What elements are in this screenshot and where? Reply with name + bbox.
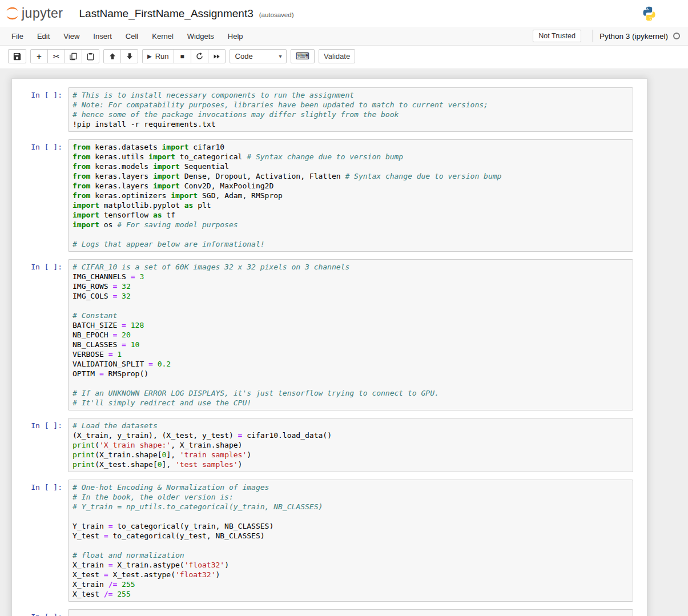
cell-editor[interactable]: # Load the datasets(X_train, y_train), (… bbox=[68, 418, 633, 472]
keyboard-icon: ⌨ bbox=[296, 51, 310, 61]
code-line: # float and normalization bbox=[73, 550, 629, 560]
kernel-idle-icon bbox=[673, 33, 680, 39]
code-line: # Note: For compatability purposes, libr… bbox=[73, 100, 629, 110]
notebook-cells: In [ ]:# This is to install necessary co… bbox=[11, 78, 647, 616]
code-line: IMG_ROWS = 32 bbox=[73, 281, 629, 291]
code-line: # This is to install necessary component… bbox=[73, 90, 629, 100]
not-trusted-button[interactable]: Not Trusted bbox=[533, 30, 581, 42]
menu-kernel[interactable]: Kernel bbox=[145, 27, 180, 45]
code-line: from keras.layers import Dense, Dropout,… bbox=[73, 171, 629, 181]
jupyter-notebook-app: jupyter LastName_FirstName_Assignment3 (… bbox=[0, 0, 688, 616]
code-line: IMG_COLS = 32 bbox=[73, 291, 629, 301]
menu-view[interactable]: View bbox=[57, 27, 86, 45]
code-line: Y_train = to_categorical(y_train, NB_CLA… bbox=[73, 521, 629, 531]
menu-edit[interactable]: Edit bbox=[30, 27, 57, 45]
paste-icon bbox=[87, 53, 94, 61]
notebook-title[interactable]: LastName_FirstName_Assignment3 bbox=[79, 7, 254, 20]
cell-prompt: In [ ]: bbox=[12, 87, 68, 132]
run-button[interactable]: ▶ Run bbox=[142, 49, 174, 63]
code-line: VERBOSE = 1 bbox=[73, 349, 629, 359]
cell-prompt: In [ ]: bbox=[12, 480, 68, 602]
cell-prompt: In [ ]: bbox=[12, 609, 68, 616]
code-line: NB_EPOCH = 20 bbox=[73, 330, 629, 340]
cut-cell-button[interactable]: ✂ bbox=[47, 49, 65, 63]
code-line: # Y_train = np_utils.to_categorical(y_tr… bbox=[73, 502, 629, 512]
code-line: from keras.optimizers import SGD, Adam, … bbox=[73, 191, 629, 200]
code-line: # If an UNKNOWN ERROR LOG DISPLAYS, it's… bbox=[73, 388, 629, 398]
restart-kernel-button[interactable] bbox=[191, 49, 208, 63]
menu-file[interactable]: File bbox=[5, 27, 30, 45]
menu-help[interactable]: Help bbox=[221, 27, 250, 45]
code-line: NB_CLASSES = 10 bbox=[73, 340, 629, 349]
code-cell[interactable]: In [ ]:# One-hot Encoding & Normalizatio… bbox=[12, 480, 647, 602]
python-logo-icon bbox=[641, 6, 657, 22]
paste-cell-button[interactable] bbox=[82, 49, 99, 63]
header-top-bar: jupyter LastName_FirstName_Assignment3 (… bbox=[0, 0, 688, 27]
cell-prompt: In [ ]: bbox=[12, 418, 68, 472]
code-line: print(X_test.shape[0], 'test samples') bbox=[73, 460, 629, 469]
validate-button[interactable]: Validate bbox=[319, 49, 355, 63]
jupyter-wordmark: jupyter bbox=[22, 6, 63, 21]
cell-editor[interactable]: # This is to install necessary component… bbox=[68, 87, 633, 132]
cell-type-value: Code bbox=[235, 52, 253, 61]
jupyter-logo-icon bbox=[5, 6, 20, 21]
code-line: X_test = X_test.astype('float32') bbox=[73, 570, 629, 579]
save-button[interactable] bbox=[8, 49, 26, 63]
cell-prompt: In [ ]: bbox=[12, 259, 68, 410]
move-cell-up-button[interactable] bbox=[103, 49, 121, 63]
code-line: print('X_train shape:', X_train.shape) bbox=[73, 440, 629, 450]
cell-editor[interactable]: from keras.datasets import cifar10from k… bbox=[68, 139, 633, 252]
code-line bbox=[73, 301, 629, 311]
code-line bbox=[73, 612, 629, 616]
menu-widgets[interactable]: Widgets bbox=[180, 27, 221, 45]
cell-editor[interactable]: # CIFAR_10 is a set of 60K images 32 x 3… bbox=[68, 259, 633, 410]
copy-cell-button[interactable] bbox=[65, 49, 82, 63]
code-line: VALIDATION_SPLIT = 0.2 bbox=[73, 359, 629, 369]
plus-icon: + bbox=[37, 52, 42, 61]
interrupt-kernel-button[interactable]: ■ bbox=[174, 49, 191, 63]
add-cell-button[interactable]: + bbox=[30, 49, 48, 63]
menu-insert[interactable]: Insert bbox=[86, 27, 119, 45]
code-line: # Load the datasets bbox=[73, 421, 629, 430]
menu-list: File Edit View Insert Cell Kernel Widget… bbox=[5, 27, 250, 45]
kernel-indicator: Python 3 (ipykernel) bbox=[593, 30, 680, 42]
code-cell[interactable]: In [ ]:# Load the datasets(X_train, y_tr… bbox=[12, 418, 647, 472]
cell-editor[interactable]: # One-hot Encoding & Normalization of im… bbox=[68, 480, 633, 602]
code-line: from keras.models import Sequential bbox=[73, 162, 629, 171]
menu-cell[interactable]: Cell bbox=[119, 27, 145, 45]
code-line: from keras.utils import to_categorical #… bbox=[73, 152, 629, 162]
cell-editor[interactable] bbox=[68, 609, 633, 616]
code-cell[interactable]: In [ ]:# CIFAR_10 is a set of 60K images… bbox=[12, 259, 647, 410]
code-line: (X_train, y_train), (X_test, y_test) = c… bbox=[73, 430, 629, 440]
code-line: from keras.layers import Conv2D, MaxPool… bbox=[73, 181, 629, 191]
code-line: Y_test = to_categorical(y_test, NB_CLASS… bbox=[73, 531, 629, 541]
arrow-down-icon bbox=[126, 53, 133, 60]
code-cell[interactable]: In [ ]:from keras.datasets import cifar1… bbox=[12, 139, 647, 252]
cell-type-select[interactable]: Code ▾ bbox=[230, 49, 287, 63]
code-line bbox=[73, 512, 629, 521]
move-cell-down-button[interactable] bbox=[120, 49, 138, 63]
arrow-up-icon bbox=[109, 53, 116, 60]
toolbar: + ✂ bbox=[0, 46, 688, 69]
autosave-status: (autosaved) bbox=[259, 9, 294, 18]
code-line: X_train /= 255 bbox=[73, 579, 629, 589]
notebook-scroll-area[interactable]: In [ ]:# This is to install necessary co… bbox=[0, 69, 688, 616]
restart-icon bbox=[196, 53, 203, 60]
code-line: X_train = X_train.astype('float32') bbox=[73, 560, 629, 570]
code-line: import os # For saving model purposes bbox=[73, 220, 629, 230]
code-cell[interactable]: In [ ]: bbox=[12, 609, 647, 616]
restart-run-all-button[interactable] bbox=[208, 49, 226, 63]
code-line: # In the book, the older version is: bbox=[73, 492, 629, 502]
notebook-header: jupyter LastName_FirstName_Assignment3 (… bbox=[0, 0, 688, 69]
code-line bbox=[73, 541, 629, 550]
code-line: # It'll simply redirect and use the CPU! bbox=[73, 398, 629, 408]
command-palette-button[interactable]: ⌨ bbox=[291, 49, 315, 63]
jupyter-logo[interactable]: jupyter bbox=[5, 6, 63, 21]
code-line: import matplotlib.pyplot as plt bbox=[73, 200, 629, 210]
code-line bbox=[73, 379, 629, 388]
stop-icon: ■ bbox=[180, 53, 184, 60]
code-line: # One-hot Encoding & Normalization of im… bbox=[73, 482, 629, 492]
code-cell[interactable]: In [ ]:# This is to install necessary co… bbox=[12, 87, 647, 132]
menubar: File Edit View Insert Cell Kernel Widget… bbox=[0, 27, 688, 46]
code-line: IMG_CHANNELS = 3 bbox=[73, 272, 629, 281]
